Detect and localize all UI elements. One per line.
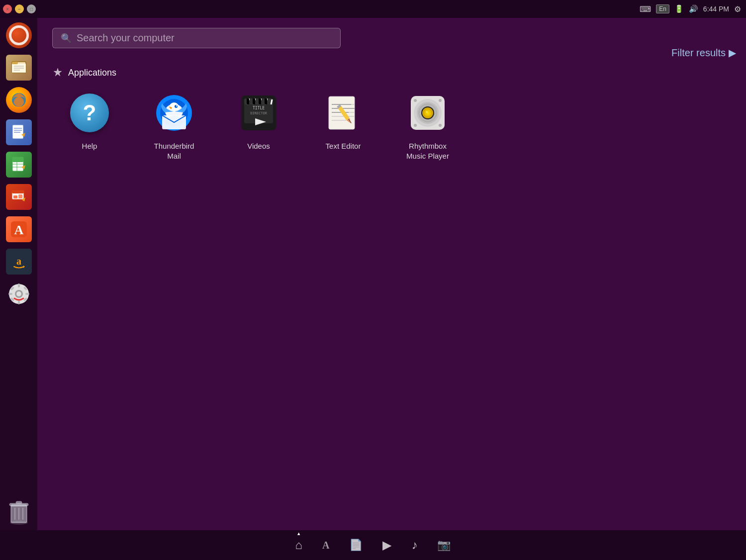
svg-rect-21	[13, 195, 17, 198]
help-app-icon-wrap: ?	[67, 91, 112, 135]
rhythmbox-app-label: Rhythmbox Music Player	[400, 141, 455, 161]
svg-rect-22	[18, 194, 22, 198]
volume-icon[interactable]: 🔊	[689, 4, 698, 13]
window-controls: × − □	[0, 4, 36, 13]
sidebar-item-systemsettings[interactable]	[4, 279, 34, 309]
svg-point-98	[439, 124, 442, 127]
thunderbird-app-icon-wrap	[152, 91, 196, 135]
close-button[interactable]: ×	[3, 4, 12, 13]
svg-rect-67	[259, 98, 261, 104]
systemsettings-icon	[6, 281, 32, 307]
bottom-item-music[interactable]: ♪	[411, 538, 417, 552]
photos-bottom-icon: 📷	[437, 539, 451, 552]
svg-rect-65	[247, 98, 249, 104]
apps-bottom-icon: A	[322, 540, 329, 551]
svg-rect-31	[18, 283, 20, 287]
language-indicator[interactable]: En	[656, 4, 669, 13]
bottom-item-apps[interactable]: A	[322, 540, 329, 551]
apps-grid: ? Help	[52, 91, 731, 161]
bottom-item-photos[interactable]: 📷	[437, 539, 451, 552]
bottom-item-files[interactable]: 📄	[349, 539, 363, 552]
app-item-thunderbird[interactable]: Thunderbird Mail	[147, 91, 201, 161]
svg-point-53	[175, 105, 178, 108]
filter-results-label: Filter results	[671, 47, 726, 59]
svg-rect-68	[265, 98, 267, 104]
svg-rect-8	[12, 125, 23, 139]
sidebar-item-writer[interactable]	[4, 117, 34, 147]
top-bar: × − □ ⌨ En 🔋 🔊 6:44 PM ⚙	[0, 0, 746, 18]
filter-arrow-icon: ▶	[729, 47, 736, 59]
svg-point-54	[176, 105, 177, 106]
impress-icon	[6, 184, 32, 210]
home-bottom-icon: ⌂	[295, 538, 303, 552]
bottom-bar: ▲ ⌂ A 📄 ▶ ♪ 📷	[0, 530, 746, 560]
firefox-icon	[6, 87, 32, 113]
sidebar-item-amazon[interactable]: a	[4, 247, 34, 277]
app-item-help[interactable]: ? Help	[62, 91, 117, 161]
svg-line-64	[271, 99, 272, 104]
videos-app-icon-wrap: TITLE DIRECTOR	[236, 91, 281, 135]
keyboard-layout-icon[interactable]: ⌨	[640, 4, 651, 14]
system-tray: ⌨ En 🔋 🔊 6:44 PM ⚙	[640, 4, 741, 14]
videos-icon: TITLE DIRECTOR	[239, 93, 278, 132]
svg-rect-32	[18, 300, 20, 304]
minimize-button[interactable]: −	[15, 4, 24, 13]
appstore-icon: A	[6, 216, 32, 242]
sidebar: A a	[0, 18, 37, 530]
settings-gear-icon[interactable]: ⚙	[734, 4, 741, 14]
help-app-label: Help	[82, 141, 97, 151]
app-item-videos[interactable]: TITLE DIRECTOR Videos	[231, 91, 286, 161]
ubuntu-logo-icon	[6, 22, 32, 48]
applications-section-header: Applications	[52, 67, 731, 78]
help-icon: ?	[70, 93, 109, 132]
sidebar-item-appstore[interactable]: A	[4, 214, 34, 244]
svg-rect-34	[25, 293, 29, 295]
rhythmbox-icon	[408, 93, 447, 132]
svg-rect-2	[12, 62, 18, 64]
sidebar-item-firefox[interactable]	[4, 85, 34, 115]
search-bar: 🔍	[52, 28, 341, 48]
svg-point-39	[16, 291, 21, 296]
media-bottom-icon: ▶	[382, 538, 391, 552]
svg-point-96	[414, 124, 417, 127]
clock: 6:44 PM	[703, 5, 729, 13]
thunderbird-app-label: Thunderbird Mail	[147, 141, 201, 161]
music-bottom-icon: ♪	[411, 538, 417, 552]
svg-point-94	[426, 111, 428, 113]
texteditor-app-label: Text Editor	[326, 141, 361, 151]
texteditor-icon	[324, 93, 363, 132]
thunderbird-icon	[155, 93, 193, 132]
svg-text:DIRECTOR: DIRECTOR	[250, 111, 268, 115]
svg-text:a: a	[16, 256, 21, 267]
sidebar-item-files[interactable]	[4, 53, 34, 83]
main-content: 🔍 Filter results ▶ Applications ? Help	[37, 18, 746, 530]
svg-rect-47	[16, 501, 22, 504]
bottom-item-home[interactable]: ▲ ⌂	[295, 538, 303, 552]
svg-marker-48	[54, 68, 62, 76]
svg-point-97	[439, 99, 442, 102]
battery-icon: 🔋	[674, 4, 684, 13]
svg-text:TITLE: TITLE	[253, 106, 265, 110]
maximize-button[interactable]: □	[27, 4, 36, 13]
app-item-rhythmbox[interactable]: Rhythmbox Music Player	[400, 91, 455, 161]
bottom-item-media[interactable]: ▶	[382, 538, 391, 552]
svg-rect-20	[12, 190, 24, 193]
writer-icon	[6, 119, 32, 145]
applications-section-label: Applications	[68, 68, 116, 78]
texteditor-app-icon-wrap	[321, 91, 366, 135]
videos-app-label: Videos	[247, 141, 270, 151]
files-icon	[6, 55, 32, 81]
sidebar-item-calc[interactable]	[4, 150, 34, 180]
trash-icon[interactable]	[4, 498, 34, 528]
app-item-texteditor[interactable]: Text Editor	[316, 91, 371, 161]
svg-rect-14	[12, 157, 23, 162]
search-icon: 🔍	[61, 33, 72, 44]
search-input[interactable]	[77, 32, 332, 44]
applications-section-icon	[52, 67, 63, 78]
sidebar-item-impress[interactable]	[4, 182, 34, 212]
svg-rect-66	[253, 98, 255, 104]
svg-point-95	[414, 99, 417, 102]
sidebar-item-ubuntu-home[interactable]	[4, 20, 34, 50]
calc-icon	[6, 152, 32, 178]
filter-results-button[interactable]: Filter results ▶	[671, 47, 736, 59]
